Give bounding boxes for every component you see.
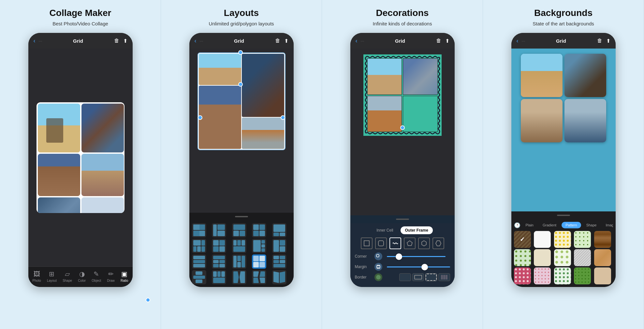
menu-button-2[interactable]: ···	[200, 38, 203, 43]
layout-thumb-4[interactable]	[252, 223, 266, 237]
bg-cell-1[interactable]	[521, 54, 563, 97]
shape-wavy[interactable]	[389, 237, 401, 249]
layout-thumb-6[interactable]	[192, 239, 206, 253]
border-style-3[interactable]	[425, 273, 437, 281]
toolbar-draw[interactable]: ✏ Draw	[107, 270, 114, 282]
toolbar-color[interactable]: ◑ Color	[78, 270, 86, 282]
deco-cell-1[interactable]	[367, 58, 402, 95]
deco-cell-2[interactable]	[403, 58, 438, 95]
collage-cell-mid-left[interactable]	[38, 154, 80, 196]
layout-cell-2[interactable]	[242, 54, 284, 117]
margin-icon[interactable]	[374, 263, 382, 271]
layout-thumb-15[interactable]	[272, 254, 286, 269]
bg-cell-4[interactable]	[564, 99, 606, 142]
toolbar-ratio[interactable]: ▣ Ratio	[121, 270, 128, 282]
shape-pentagon[interactable]	[404, 237, 416, 249]
swatch-cork[interactable]: ✓	[514, 231, 531, 248]
swatch-beige[interactable]	[594, 267, 611, 284]
ctrl-pt-top[interactable]	[238, 50, 243, 55]
shape-rounded[interactable]	[375, 237, 387, 249]
toolbar-object[interactable]: ✎ Object	[92, 270, 101, 282]
swatch-white[interactable]	[534, 231, 551, 248]
layout-thumb-12[interactable]	[212, 254, 226, 269]
bg-cell-2[interactable]	[564, 54, 606, 97]
border-style-4[interactable]	[438, 273, 450, 281]
bg-tab-plain[interactable]: Plain	[522, 222, 537, 228]
border-style-2[interactable]	[412, 273, 424, 281]
menu-button-3[interactable]: ···	[361, 38, 364, 43]
trash-button-3[interactable]: 🗑	[436, 38, 441, 44]
layout-thumb-11[interactable]	[192, 254, 206, 269]
toolbar-shape[interactable]: ▱ Shape	[63, 270, 72, 282]
layout-cell-4[interactable]	[242, 118, 284, 149]
layout-thumb-14[interactable]	[252, 254, 266, 269]
back-button-2[interactable]: ‹	[195, 37, 197, 44]
collage-cell-bot-right[interactable]	[81, 197, 124, 213]
layout-thumb-8[interactable]	[232, 239, 246, 253]
layout-thumb-17[interactable]	[212, 270, 226, 284]
ctrl-pt-left[interactable]	[198, 115, 202, 120]
layout-thumb-7[interactable]	[212, 239, 226, 253]
shape-hexagon[interactable]	[418, 237, 430, 249]
bg-cell-3[interactable]	[521, 99, 563, 142]
collage-cell-top-left[interactable]	[38, 104, 80, 152]
swatch-gray[interactable]	[574, 249, 591, 266]
border-color-circle[interactable]	[374, 273, 382, 281]
share-button-1[interactable]: ⬆	[123, 38, 127, 44]
corner-slider[interactable]	[387, 256, 446, 257]
layout-thumb-19[interactable]	[252, 270, 266, 284]
layout-thumb-20[interactable]	[272, 270, 286, 284]
swatch-green-hearts[interactable]	[554, 267, 571, 284]
layout-thumb-3[interactable]	[232, 223, 246, 237]
margin-slider[interactable]	[387, 266, 450, 267]
collage-cell-mid-mid[interactable]	[81, 154, 124, 196]
back-button-3[interactable]: ‹	[356, 37, 358, 44]
bg-tab-shape[interactable]: Shape	[582, 222, 601, 228]
deco-ctrl-pt[interactable]	[400, 125, 405, 130]
trash-button-2[interactable]: 🗑	[275, 38, 280, 44]
border-style-1[interactable]	[399, 273, 411, 281]
bg-tab-pattern[interactable]: Pattern	[562, 222, 581, 228]
layout-thumb-13[interactable]	[232, 254, 246, 269]
trash-button-1[interactable]: 🗑	[114, 38, 119, 44]
tab-outer-frame[interactable]: Outer Frame	[401, 226, 433, 234]
swatch-yellow-flowers[interactable]	[554, 231, 571, 248]
ctrl-pt-center[interactable]	[238, 82, 243, 87]
tab-inner-cell[interactable]: Inner Cell	[372, 226, 398, 234]
swatch-cream[interactable]	[534, 249, 551, 266]
layout-cell-3[interactable]	[199, 86, 241, 149]
toolbar-photo[interactable]: 🖼 Photo	[33, 270, 41, 282]
bg-tab-image[interactable]: Image	[602, 222, 613, 228]
share-button-2[interactable]: ⬆	[284, 38, 288, 44]
shape-square[interactable]	[361, 237, 373, 249]
back-button-4[interactable]: ‹	[517, 37, 519, 44]
swatch-palm[interactable]	[574, 231, 591, 248]
swatch-red-dots[interactable]	[514, 267, 531, 284]
corner-icon[interactable]	[374, 252, 382, 260]
menu-button-1[interactable]: ···	[39, 38, 42, 43]
bg-tab-gradient[interactable]: Gradient	[539, 222, 560, 228]
share-button-4[interactable]: ⬆	[606, 38, 610, 44]
swatch-wood[interactable]	[594, 231, 611, 248]
swatch-dark-green[interactable]	[574, 267, 591, 284]
layout-thumb-10[interactable]	[272, 239, 286, 253]
ctrl-pt-right[interactable]	[281, 115, 285, 120]
swatch-flowers[interactable]	[554, 249, 571, 266]
layout-thumb-2[interactable]	[212, 223, 226, 237]
share-button-3[interactable]: ⬆	[445, 38, 449, 44]
menu-button-4[interactable]: ···	[522, 38, 525, 43]
layout-thumb-18[interactable]	[232, 270, 246, 284]
layout-thumb-16[interactable]	[192, 270, 206, 284]
deco-cell-4[interactable]	[403, 96, 438, 132]
layout-cell-1[interactable]	[199, 54, 241, 85]
swatch-pink-hearts[interactable]	[534, 267, 551, 284]
swatch-green-pattern[interactable]	[514, 249, 531, 266]
swatch-tan[interactable]	[594, 249, 611, 266]
layout-thumb-1[interactable]	[192, 223, 206, 237]
back-button-1[interactable]: ‹	[34, 37, 36, 44]
trash-button-4[interactable]: 🗑	[597, 38, 602, 44]
collage-cell-top-right[interactable]	[81, 104, 124, 152]
collage-cell-bot-left[interactable]	[38, 197, 80, 213]
layout-thumb-9[interactable]	[252, 239, 266, 253]
shape-hexagon2[interactable]	[432, 237, 444, 249]
